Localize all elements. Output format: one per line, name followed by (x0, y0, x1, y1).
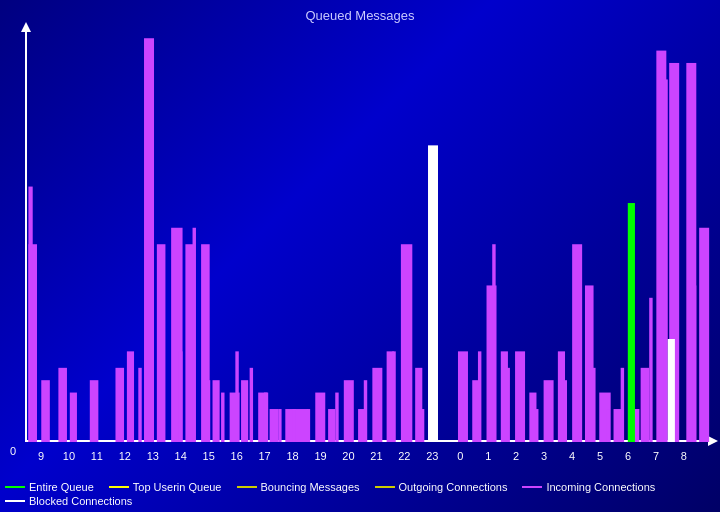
x-label-7: 7 (642, 450, 670, 462)
svg-rect-46 (138, 368, 141, 442)
bouncing-line (237, 486, 257, 488)
x-label-10: 10 (55, 450, 83, 462)
svg-rect-52 (250, 368, 253, 442)
svg-rect-54 (278, 409, 281, 442)
svg-rect-2 (58, 368, 67, 442)
svg-rect-62 (392, 351, 395, 442)
x-label-14: 14 (167, 450, 195, 462)
x-label-12: 12 (111, 450, 139, 462)
x-axis-labels: 91011121314151617181920212223012345678 (27, 450, 698, 462)
svg-rect-57 (321, 409, 324, 442)
x-label-19: 19 (307, 450, 335, 462)
svg-rect-74 (592, 368, 595, 442)
svg-rect-48 (193, 228, 196, 442)
svg-rect-70 (535, 409, 538, 442)
svg-rect-49 (207, 380, 210, 442)
svg-rect-53 (264, 393, 267, 442)
svg-rect-79 (663, 79, 667, 442)
svg-rect-64 (421, 409, 424, 442)
svg-rect-72 (564, 380, 567, 442)
x-label-16: 16 (223, 450, 251, 462)
x-label-0: 0 (446, 450, 474, 462)
svg-rect-59 (350, 409, 353, 442)
svg-rect-51 (235, 351, 238, 442)
x-label-15: 15 (195, 450, 223, 462)
svg-rect-44 (699, 228, 709, 442)
legend-entire-queue: Entire Queue (5, 481, 94, 493)
svg-rect-77 (635, 409, 639, 442)
svg-rect-61 (378, 380, 381, 442)
legend-outgoing: Outgoing Connections (375, 481, 508, 493)
svg-rect-12 (213, 380, 220, 442)
svg-rect-7 (144, 38, 154, 442)
legend-incoming-label: Incoming Connections (546, 481, 655, 493)
svg-rect-69 (521, 380, 524, 442)
svg-rect-8 (157, 244, 166, 442)
svg-rect-50 (221, 393, 224, 442)
x-label-20: 20 (334, 450, 362, 462)
svg-rect-5 (115, 368, 124, 442)
svg-rect-4 (90, 380, 99, 442)
entire-queue-line (5, 486, 25, 488)
x-label-1: 1 (474, 450, 502, 462)
svg-rect-55 (292, 409, 295, 442)
legend-bouncing: Bouncing Messages (237, 481, 360, 493)
svg-rect-56 (307, 409, 310, 442)
x-label-23: 23 (418, 450, 446, 462)
chart-container: Queued Messages 0 9101112131415161718192… (0, 0, 720, 512)
incoming-line (522, 486, 542, 488)
svg-rect-75 (606, 409, 609, 442)
svg-rect-16 (270, 409, 279, 442)
x-label-9: 9 (27, 450, 55, 462)
chart-legend: Entire Queue Top Userin Queue Bouncing M… (5, 481, 715, 507)
x-label-8: 8 (670, 450, 698, 462)
legend-top-userin: Top Userin Queue (109, 481, 222, 493)
svg-rect-45 (28, 187, 32, 442)
svg-rect-40 (641, 368, 650, 442)
legend-entire-queue-label: Entire Queue (29, 481, 94, 493)
legend-bouncing-label: Bouncing Messages (261, 481, 360, 493)
x-label-13: 13 (139, 450, 167, 462)
legend-blocked-label: Blocked Connections (29, 495, 132, 507)
x-label-6: 6 (614, 450, 642, 462)
svg-rect-73 (578, 351, 581, 442)
svg-rect-19 (328, 409, 335, 442)
svg-rect-58 (335, 393, 338, 442)
svg-rect-60 (364, 380, 367, 442)
svg-rect-3 (70, 393, 77, 442)
x-label-18: 18 (279, 450, 307, 462)
svg-rect-68 (507, 368, 510, 442)
x-label-22: 22 (390, 450, 418, 462)
x-label-5: 5 (586, 450, 614, 462)
svg-rect-63 (407, 285, 410, 442)
x-label-11: 11 (83, 450, 111, 462)
svg-rect-47 (178, 351, 182, 442)
svg-rect-17 (285, 409, 308, 442)
zero-label: 0 (10, 445, 16, 457)
svg-rect-80 (692, 285, 696, 442)
blocked-line (5, 500, 25, 502)
svg-rect-81 (428, 145, 438, 442)
svg-rect-14 (241, 380, 248, 442)
legend-incoming: Incoming Connections (522, 481, 655, 493)
legend-blocked: Blocked Connections (5, 495, 132, 507)
top-userin-line (109, 486, 129, 488)
svg-rect-67 (492, 244, 495, 442)
x-label-17: 17 (251, 450, 279, 462)
svg-rect-76 (621, 368, 624, 442)
x-label-2: 2 (502, 450, 530, 462)
x-label-4: 4 (558, 450, 586, 462)
legend-top-userin-label: Top Userin Queue (133, 481, 222, 493)
svg-rect-1 (41, 380, 50, 442)
x-label-3: 3 (530, 450, 558, 462)
x-label-21: 21 (362, 450, 390, 462)
svg-rect-78 (649, 298, 652, 442)
chart-area: 0 91011121314151617181920212223012345678 (25, 30, 710, 442)
svg-rect-82 (668, 339, 675, 442)
svg-rect-71 (549, 409, 552, 442)
legend-outgoing-label: Outgoing Connections (399, 481, 508, 493)
svg-rect-83 (628, 203, 635, 442)
chart-title: Queued Messages (305, 8, 414, 23)
bars-chart (27, 30, 712, 442)
svg-rect-65 (464, 393, 467, 442)
